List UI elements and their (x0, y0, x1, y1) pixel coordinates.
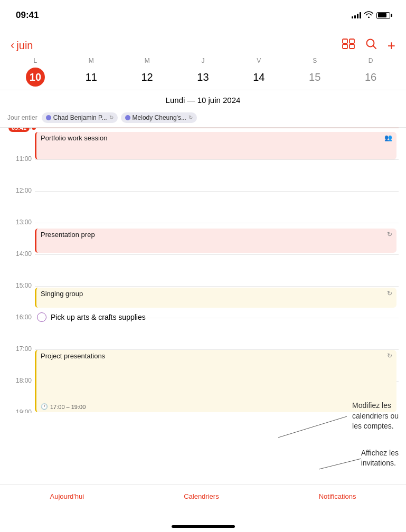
tab-notifications-label: Notifications (319, 492, 356, 500)
search-icon[interactable] (365, 38, 377, 53)
svg-line-6 (278, 416, 347, 438)
signal-bars-icon (352, 12, 361, 18)
time-label-17: 17:00 (8, 345, 32, 353)
refresh-icon-project: ↻ (387, 352, 392, 359)
time-label-19: 19:00 (8, 408, 32, 413)
slot-12: 12:00 (35, 191, 399, 223)
allday-events: Chad Benjamin P... ↻ Melody Cheung's... … (42, 112, 197, 123)
weekday-label-0: L (7, 57, 63, 64)
week-calendar: L M M J V S D 10 11 12 13 14 15 16 (0, 57, 406, 87)
grid-view-icon[interactable] (342, 39, 355, 52)
allday-event-name-melody: Melody Cheung's... (133, 114, 186, 121)
wifi-icon (364, 11, 373, 20)
annotation-calendars-area: Modifiez lescalendriers oules comptes. (352, 401, 399, 432)
weekday-label-3: J (175, 57, 231, 64)
current-time-bar (36, 128, 399, 128)
current-time-dot (32, 128, 36, 130)
reminder-circle-icon (37, 312, 46, 322)
status-icons (352, 11, 390, 20)
annotation-line-notifications (319, 453, 366, 474)
slot-14: 14:00 (35, 254, 399, 286)
week-dates: 10 11 12 13 14 15 16 (7, 68, 399, 87)
event-project[interactable]: Project presentations ↻ 🕐 17:00 – 19:00 (35, 350, 396, 412)
clock-icon-project: 🕐 (41, 403, 48, 410)
event-portfolio[interactable]: Portfolio work session 👥 (35, 132, 396, 159)
annotation-calendars-text: Modifiez lescalendriers oules comptes. (352, 401, 399, 432)
time-label-12: 12:00 (8, 187, 32, 194)
event-project-title: Project presentations (41, 352, 105, 360)
svg-rect-0 (343, 39, 347, 43)
event-singing-title: Singing group (41, 290, 83, 298)
svg-line-5 (373, 46, 376, 49)
event-portfolio-title: Portfolio work session (41, 134, 107, 142)
timeline-wrapper: 09:41 10:00 11:00 12:00 13:00 14:00 15:0… (35, 128, 399, 413)
week-date-12[interactable]: 12 (138, 68, 157, 87)
back-month-label: juin (16, 40, 33, 52)
day-header: Lundi — 10 juin 2024 (0, 90, 406, 108)
refresh-icon-melody: ↻ (188, 115, 193, 120)
refresh-icon-presentation: ↻ (387, 231, 392, 238)
time-label-15: 15:00 (8, 282, 32, 289)
add-event-icon[interactable]: + (388, 39, 395, 52)
svg-rect-1 (350, 39, 354, 43)
battery-icon (376, 12, 390, 19)
timeline: 09:41 10:00 11:00 12:00 13:00 14:00 15:0… (0, 128, 406, 413)
week-days-header: L M M J V S D (7, 57, 399, 64)
nav-header: ‹ juin + (0, 33, 406, 57)
weekday-label-4: V (231, 57, 287, 64)
event-presentation-title: Presentation prep (41, 231, 95, 239)
refresh-icon-chad: ↻ (109, 115, 114, 120)
svg-rect-2 (343, 44, 347, 49)
back-button[interactable]: ‹ juin (11, 40, 33, 52)
weekday-label-1: M (63, 57, 119, 64)
tab-calendriers-label: Calendriers (184, 492, 219, 500)
tab-calendriers[interactable]: Calendriers (184, 492, 219, 500)
tab-aujourdhui-label: Aujourd'hui (50, 492, 84, 500)
week-date-16[interactable]: 16 (361, 68, 380, 87)
allday-event-dot-chad (46, 115, 51, 120)
time-label-13: 13:00 (8, 218, 32, 226)
week-date-14[interactable]: 14 (249, 68, 268, 87)
back-chevron-icon: ‹ (11, 40, 14, 51)
week-date-11[interactable]: 11 (82, 68, 101, 87)
allday-event-name-chad: Chad Benjamin P... (53, 114, 107, 121)
nav-action-icons: + (342, 38, 395, 53)
weekday-label-5: S (287, 57, 343, 64)
allday-event-chad[interactable]: Chad Benjamin P... ↻ (42, 112, 118, 123)
reminder-pickup-title: Pick up arts & crafts supplies (51, 313, 146, 321)
phone-frame: 09:41 ‹ juin (0, 0, 406, 532)
person-group-icon: 👥 (384, 134, 392, 141)
status-bar: 09:41 (0, 0, 406, 27)
tab-notifications[interactable]: Notifications (319, 492, 356, 500)
allday-label: Jour entier (7, 114, 37, 121)
weekday-label-2: M (119, 57, 175, 64)
refresh-icon-singing: ↻ (387, 290, 392, 297)
allday-event-melody[interactable]: Melody Cheung's... ↻ (121, 112, 197, 123)
time-label-11: 11:00 (8, 155, 32, 163)
annotation-line-calendars (278, 411, 357, 443)
current-time-indicator: 09:41 (8, 128, 399, 132)
annotation-notifications-text: Affichez lesinvitations. (361, 448, 399, 469)
week-date-13[interactable]: 13 (193, 68, 212, 87)
event-project-time: 17:00 – 19:00 (50, 404, 86, 410)
time-label-18: 18:00 (8, 377, 32, 384)
week-date-15[interactable]: 15 (305, 68, 324, 87)
event-presentation[interactable]: Presentation prep ↻ (35, 229, 396, 253)
annotation-notifications-area: Affichez lesinvitations. (361, 448, 399, 469)
weekday-label-6: D (343, 57, 399, 64)
allday-row: Jour entier Chad Benjamin P... ↻ Melody … (0, 108, 406, 128)
home-indicator (172, 525, 235, 528)
time-label-14: 14:00 (8, 250, 32, 258)
week-date-10[interactable]: 10 (26, 68, 45, 87)
time-label-16: 16:00 (8, 314, 32, 321)
svg-rect-3 (350, 44, 354, 49)
event-singing[interactable]: Singing group ↻ (35, 288, 396, 308)
svg-line-7 (319, 459, 361, 469)
allday-event-dot-melody (125, 115, 130, 120)
reminder-pickup[interactable]: Pick up arts & crafts supplies (35, 309, 396, 325)
tab-aujourdhui[interactable]: Aujourd'hui (50, 492, 84, 500)
current-time-badge: 09:41 (8, 128, 30, 132)
status-time: 09:41 (16, 10, 39, 21)
slot-11: 11:00 (35, 159, 399, 191)
